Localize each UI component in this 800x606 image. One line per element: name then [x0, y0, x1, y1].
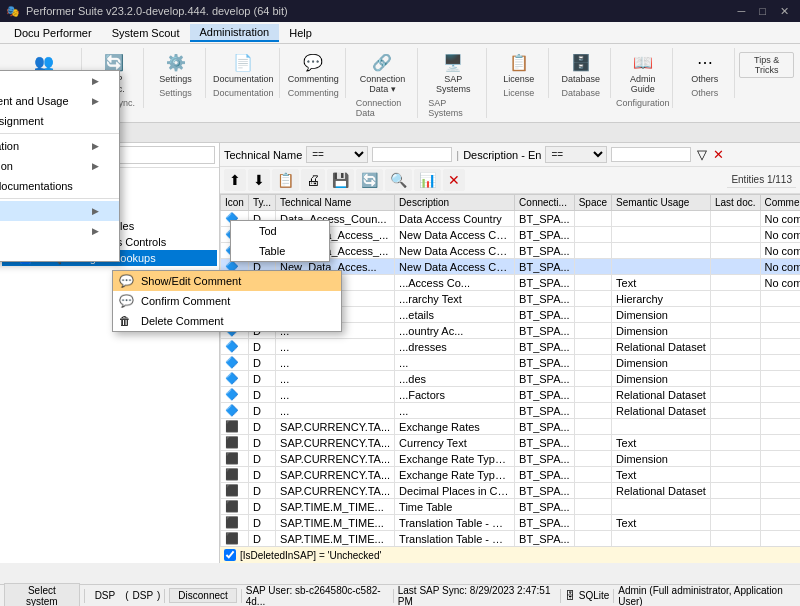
- table-row[interactable]: 🔷D......BT_SPA...Dimension: [221, 355, 801, 371]
- ctx-open-doc[interactable]: Open Documentation ▶: [0, 156, 119, 176]
- comments-arrow: ▶: [92, 206, 99, 216]
- table-row[interactable]: ⬛DSAP.CURRENCY.TA...Exchange Rate Type..…: [221, 451, 801, 467]
- right-panel: Technical Name ==!=contains | Descriptio…: [220, 143, 800, 563]
- filter-clear-icon[interactable]: ✕: [713, 147, 724, 162]
- cell-desc: Exchange Rate Type...: [395, 467, 515, 483]
- ctx-confirm-comment[interactable]: 💬 Confirm Comment: [113, 291, 341, 311]
- ribbon-others[interactable]: ⋯ Others: [685, 48, 725, 86]
- entities-count: Entities 1/113: [727, 172, 796, 188]
- disconnect-button[interactable]: Disconnect: [169, 588, 236, 603]
- table-row[interactable]: ⬛DSAP.CURRENCY.TA...Decimal Places in Cu…: [221, 483, 801, 499]
- menu-system-scout[interactable]: System Scout: [102, 25, 190, 41]
- ribbon-connection-data[interactable]: 🔗 ConnectionData ▾: [356, 48, 410, 96]
- toolbar-copy-btn[interactable]: 📋: [272, 169, 299, 191]
- toolbar-save-btn[interactable]: 💾: [327, 169, 354, 191]
- cell-semantic: [612, 243, 711, 259]
- cell-desc: New Data Access Co...: [395, 227, 515, 243]
- db-label: SQLite: [579, 590, 610, 601]
- menu-help[interactable]: Help: [279, 25, 322, 41]
- cell-type: D: [248, 355, 275, 371]
- cell-semantic: Dimension: [612, 371, 711, 387]
- cell-semantic: Relational Dataset: [612, 339, 711, 355]
- ribbon-license[interactable]: 📋 License: [499, 48, 539, 86]
- cell-type: D: [248, 515, 275, 531]
- ctx-submenu-tod[interactable]: Tod: [231, 221, 329, 241]
- toolbar-print-btn[interactable]: 🖨: [301, 169, 325, 191]
- cell-semantic: Dimension: [612, 323, 711, 339]
- cell-semantic: Dimension: [612, 307, 711, 323]
- toolbar-up-btn[interactable]: ⬆: [224, 169, 246, 191]
- ribbon-admin-guide[interactable]: 📖 AdminGuide: [623, 48, 663, 96]
- cell-comment1: [760, 467, 800, 483]
- cell-type: D: [248, 339, 275, 355]
- ribbon-tips-tricks[interactable]: Tips & Tricks: [739, 52, 794, 78]
- ribbon-database[interactable]: 🗄️ Database: [557, 48, 604, 86]
- cell-space: [574, 387, 611, 403]
- cell-semantic: Text: [612, 515, 711, 531]
- table-row[interactable]: ⬛DSAP.CURRENCY.TA...Exchange Rate Type..…: [221, 467, 801, 483]
- status-sep2: [164, 589, 165, 603]
- maximize-button[interactable]: □: [754, 4, 771, 19]
- ctx-system-scout[interactable]: System Scout ▶: [0, 221, 119, 241]
- filter-checkbox[interactable]: [224, 549, 236, 561]
- ctx-comments[interactable]: Comments ▶: [0, 201, 119, 221]
- cell-lastdoc: [710, 403, 760, 419]
- cell-conn: BT_SPA...: [515, 515, 575, 531]
- cell-space: [574, 339, 611, 355]
- ctx-scenario-assignment[interactable]: Scenario Assignment and Usage ▶: [0, 91, 119, 111]
- cell-lastdoc: [710, 467, 760, 483]
- table-row[interactable]: ⬛DSAP.TIME.M_TIME...Time TableBT_SPA...: [221, 499, 801, 515]
- toolbar-refresh-btn[interactable]: 🔄: [356, 169, 383, 191]
- table-row[interactable]: ⬛DSAP.CURRENCY.TA...Exchange RatesBT_SPA…: [221, 419, 801, 435]
- ribbon-group-sap-systems: 🖥️ SAP Systems SAP Systems: [420, 48, 487, 118]
- ribbon-settings[interactable]: ⚙️ Settings: [155, 48, 196, 86]
- ctx-scenario-quick[interactable]: Scenario Quick Assignment: [0, 111, 119, 131]
- table-row[interactable]: ⬛DSAP.TIME.M_TIME...Translation Table - …: [221, 515, 801, 531]
- cell-lastdoc: [710, 227, 760, 243]
- toolbar-chart-btn[interactable]: 📊: [414, 169, 441, 191]
- menu-docu-performer[interactable]: Docu Performer: [4, 25, 102, 41]
- ctx-show-edit-comment[interactable]: 💬 Show/Edit Comment: [113, 271, 341, 291]
- ctx-assign-layer[interactable]: Assign Layer ▶: [0, 71, 119, 91]
- table-row[interactable]: 🔷D......FactorsBT_SPA...Relational Datas…: [221, 387, 801, 403]
- table-row[interactable]: 🔷D......BT_SPA...Relational Dataset: [221, 403, 801, 419]
- cell-semantic: Dimension: [612, 451, 711, 467]
- ribbon-sap-systems[interactable]: 🖥️ SAP Systems: [428, 48, 478, 96]
- cell-conn: BT_SPA...: [515, 339, 575, 355]
- filter1-op-select[interactable]: ==!=contains: [306, 146, 368, 163]
- cell-space: [574, 515, 611, 531]
- cell-semantic: Text: [612, 435, 711, 451]
- table-row[interactable]: ⬛DSAP.CURRENCY.TA...Currency TextBT_SPA.…: [221, 435, 801, 451]
- cell-lastdoc: [710, 451, 760, 467]
- ctx-create-doc[interactable]: Create Documentation ▶: [0, 136, 119, 156]
- close-button[interactable]: ✕: [775, 4, 794, 19]
- menu-administration[interactable]: Administration: [190, 24, 280, 42]
- ctx-submenu-table[interactable]: Table: [231, 241, 329, 261]
- ctx-delete-comment[interactable]: 🗑 Delete Comment: [113, 311, 341, 331]
- table-row[interactable]: 🔷D......dressesBT_SPA...Relational Datas…: [221, 339, 801, 355]
- toolbar-search-btn[interactable]: 🔍: [385, 169, 412, 191]
- col-header-conn: Connecti...: [515, 195, 575, 211]
- table-row[interactable]: 🔷D......desBT_SPA...Dimension: [221, 371, 801, 387]
- ribbon-documentation[interactable]: 📄 Documentation: [209, 48, 278, 86]
- minimize-button[interactable]: ─: [733, 4, 751, 19]
- filter1-input[interactable]: [372, 147, 452, 162]
- filter2-input[interactable]: [611, 147, 691, 162]
- col-header-comment1: Commen...: [760, 195, 800, 211]
- cell-techname: ...: [276, 371, 395, 387]
- settings-label: Settings: [159, 74, 192, 84]
- table-row[interactable]: ⬛DSAP.TIME.M_TIME...Translation Table - …: [221, 531, 801, 547]
- col-header-semantic: Semantic Usage: [612, 195, 711, 211]
- toolbar-down-btn[interactable]: ⬇: [248, 169, 270, 191]
- ctx-list-all-docs[interactable]: List of all created documentations: [0, 176, 119, 196]
- filter2-op-select[interactable]: ==!=contains: [545, 146, 607, 163]
- license-label: License: [503, 74, 534, 84]
- cell-conn: BT_SPA...: [515, 403, 575, 419]
- database-label: Database: [561, 74, 600, 84]
- confirm-comment-icon: 💬: [119, 294, 134, 308]
- active-filter-text: [IsDeletedInSAP] = 'Unchecked': [240, 550, 381, 561]
- select-system-button[interactable]: Select system: [4, 583, 80, 607]
- ribbon-commenting[interactable]: 💬 Commenting: [284, 48, 343, 86]
- ctx-others[interactable]: Others: [0, 241, 119, 261]
- toolbar-close-btn[interactable]: ✕: [443, 169, 465, 191]
